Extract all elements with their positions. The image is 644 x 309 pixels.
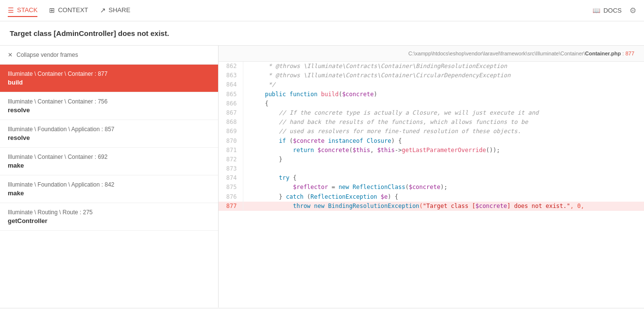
line-num-862: 862 bbox=[219, 62, 243, 71]
settings-icon[interactable]: ⚙ bbox=[629, 6, 636, 15]
top-nav: ☰ STACK ⊞ CONTEXT ↗ SHARE 📖 DOCS ⚙ bbox=[0, 0, 644, 21]
code-line-873: 873 bbox=[219, 164, 644, 173]
code-864: */ bbox=[243, 80, 644, 89]
frame-0-class: Illuminate \ Container \ Container : 877 bbox=[8, 70, 210, 77]
code-line-864: 864 */ bbox=[219, 80, 644, 89]
code-line-866: 866 { bbox=[219, 99, 644, 108]
stack-icon: ☰ bbox=[8, 6, 14, 14]
code-874: try { bbox=[243, 173, 644, 183]
code-line-877: 877 throw new BindingResolutionException… bbox=[219, 202, 644, 211]
line-num-874: 874 bbox=[219, 173, 243, 183]
code-line-868: 868 // hand back the results of the func… bbox=[219, 118, 644, 127]
file-path-text: C:\xampp\htdocs\eshop\vendor\laravel\fra… bbox=[408, 51, 634, 56]
line-num-865: 865 bbox=[219, 90, 243, 99]
code-871: return $concrete($this, $this->getLastPa… bbox=[243, 146, 644, 155]
line-num-872: 872 bbox=[219, 155, 243, 164]
code-863: * @throws \Illuminate\Contracts\Containe… bbox=[243, 71, 644, 80]
frame-4-method: make bbox=[8, 189, 210, 197]
frame-5-method: getController bbox=[8, 217, 210, 224]
nav-left: ☰ STACK ⊞ CONTEXT ↗ SHARE bbox=[8, 4, 130, 17]
nav-context-label: CONTEXT bbox=[58, 6, 88, 14]
code-line-876: 876 } catch (ReflectionException $e) { bbox=[219, 192, 644, 202]
code-line-867: 867 // If the concrete type is actually … bbox=[219, 108, 644, 118]
stack-frame-0[interactable]: Illuminate \ Container \ Container : 877… bbox=[0, 65, 218, 92]
frame-3-class: Illuminate \ Container \ Container : 692 bbox=[8, 154, 210, 160]
code-table: 862 * @throws \Illuminate\Contracts\Cont… bbox=[219, 62, 644, 211]
nav-share-label: SHARE bbox=[109, 6, 131, 14]
stack-panel: ✕ Collapse vendor frames Illuminate \ Co… bbox=[0, 46, 219, 308]
line-num-864: 864 bbox=[219, 80, 243, 89]
code-875: $reflector = new ReflectionClass($concre… bbox=[243, 183, 644, 192]
line-num-870: 870 bbox=[219, 137, 243, 146]
error-message: Target class [AdminController] does not … bbox=[10, 29, 169, 37]
main-content: ✕ Collapse vendor frames Illuminate \ Co… bbox=[0, 46, 644, 308]
nav-stack[interactable]: ☰ STACK bbox=[8, 4, 37, 17]
code-872: } bbox=[243, 155, 644, 164]
frame-3-method: make bbox=[8, 162, 210, 169]
line-num-867: 867 bbox=[219, 108, 243, 118]
collapse-vendor-label[interactable]: Collapse vendor frames bbox=[17, 52, 78, 58]
line-num-866: 866 bbox=[219, 99, 243, 108]
line-num-869: 869 bbox=[219, 127, 243, 136]
frame-1-class: Illuminate \ Container \ Container : 756 bbox=[8, 98, 210, 105]
line-num-876: 876 bbox=[219, 192, 243, 202]
docs-button[interactable]: 📖 DOCS bbox=[593, 7, 622, 14]
code-line-869: 869 // used as resolvers for more fine-t… bbox=[219, 127, 644, 136]
share-icon: ↗ bbox=[100, 6, 106, 14]
line-num-873: 873 bbox=[219, 164, 243, 173]
code-862: * @throws \Illuminate\Contracts\Containe… bbox=[243, 62, 644, 71]
code-line-870: 870 if ($concrete instanceof Closure) { bbox=[219, 137, 644, 146]
code-file-path: C:\xampp\htdocs\eshop\vendor\laravel\fra… bbox=[219, 46, 644, 62]
line-num-868: 868 bbox=[219, 118, 243, 127]
frame-1-method: resolve bbox=[8, 106, 210, 114]
code-line-863: 863 * @throws \Illuminate\Contracts\Cont… bbox=[219, 71, 644, 80]
stack-frame-5[interactable]: Illuminate \ Routing \ Route : 275 getCo… bbox=[0, 203, 218, 231]
nav-context[interactable]: ⊞ CONTEXT bbox=[49, 4, 88, 17]
nav-right: 📖 DOCS ⚙ bbox=[593, 6, 636, 15]
code-866: { bbox=[243, 99, 644, 108]
frame-0-method: build bbox=[8, 79, 210, 86]
code-867: // If the concrete type is actually a Cl… bbox=[243, 108, 644, 118]
error-bar: Target class [AdminController] does not … bbox=[0, 21, 644, 46]
stack-frame-3[interactable]: Illuminate \ Container \ Container : 692… bbox=[0, 148, 218, 175]
docs-icon: 📖 bbox=[593, 7, 600, 14]
code-line-862: 862 * @throws \Illuminate\Contracts\Cont… bbox=[219, 62, 644, 71]
stack-frame-4[interactable]: Illuminate \ Foundation \ Application : … bbox=[0, 175, 218, 203]
code-line-865: 865 public function build($concrete) bbox=[219, 90, 644, 99]
code-line-871: 871 return $concrete($this, $this->getLa… bbox=[219, 146, 644, 155]
nav-stack-label: STACK bbox=[17, 6, 37, 14]
code-870: if ($concrete instanceof Closure) { bbox=[243, 137, 644, 146]
context-icon: ⊞ bbox=[49, 6, 55, 14]
line-num-875: 875 bbox=[219, 183, 243, 192]
code-868: // hand back the results of the function… bbox=[243, 118, 644, 127]
stack-panel-header: ✕ Collapse vendor frames bbox=[0, 46, 218, 65]
collapse-icon: ✕ bbox=[8, 52, 13, 58]
docs-label: DOCS bbox=[603, 7, 622, 14]
code-line-872: 872 } bbox=[219, 155, 644, 164]
stack-frame-1[interactable]: Illuminate \ Container \ Container : 756… bbox=[0, 92, 218, 120]
line-num-863: 863 bbox=[219, 71, 243, 80]
code-line-874: 874 try { bbox=[219, 173, 644, 183]
code-line-875: 875 $reflector = new ReflectionClass($co… bbox=[219, 183, 644, 192]
code-panel: C:\xampp\htdocs\eshop\vendor\laravel\fra… bbox=[219, 46, 644, 308]
line-num-877: 877 bbox=[219, 202, 243, 211]
code-876: } catch (ReflectionException $e) { bbox=[243, 192, 644, 202]
frame-2-method: resolve bbox=[8, 134, 210, 141]
frame-4-class: Illuminate \ Foundation \ Application : … bbox=[8, 181, 210, 188]
line-num-871: 871 bbox=[219, 146, 243, 155]
code-877: throw new BindingResolutionException("Ta… bbox=[243, 202, 644, 211]
code-869: // used as resolvers for more fine-tuned… bbox=[243, 127, 644, 136]
frame-2-class: Illuminate \ Foundation \ Application : … bbox=[8, 126, 210, 133]
stack-frame-2[interactable]: Illuminate \ Foundation \ Application : … bbox=[0, 120, 218, 148]
nav-share[interactable]: ↗ SHARE bbox=[100, 4, 131, 17]
code-873 bbox=[243, 164, 644, 173]
code-865: public function build($concrete) bbox=[243, 90, 644, 99]
frame-5-class: Illuminate \ Routing \ Route : 275 bbox=[8, 209, 210, 216]
